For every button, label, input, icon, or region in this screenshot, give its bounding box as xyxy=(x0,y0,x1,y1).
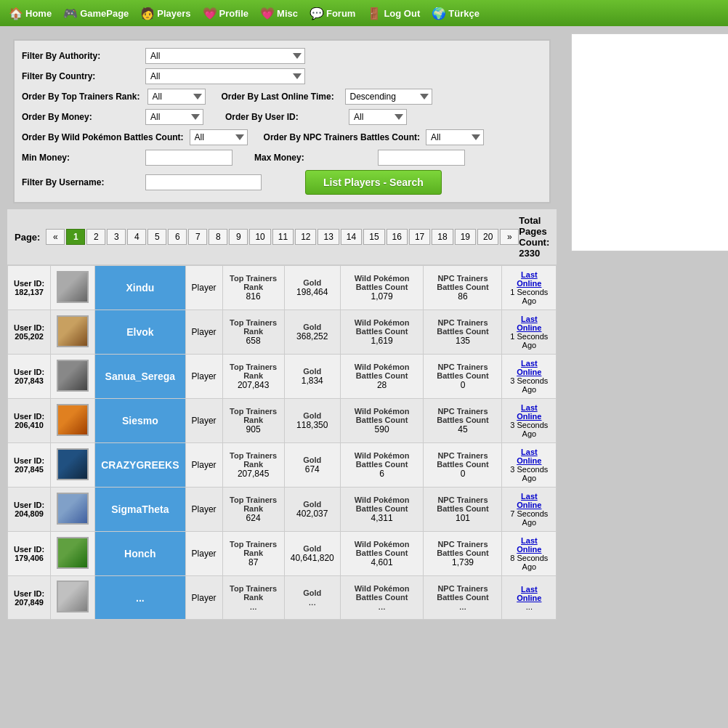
username-cell[interactable]: CRAZYGREEKS xyxy=(95,443,185,488)
online-label[interactable]: Last Online xyxy=(517,448,541,465)
page-8[interactable]: 8 xyxy=(209,229,227,245)
online-label[interactable]: Last Online xyxy=(517,315,541,332)
battles-row: Order By Wild Pokémon Battles Count: All… xyxy=(22,129,542,145)
nav-misc[interactable]: 💗 Misc xyxy=(254,7,304,20)
online-label[interactable]: Last Online xyxy=(517,585,541,602)
wild-battles-select[interactable]: All xyxy=(190,129,248,145)
page-17[interactable]: 17 xyxy=(409,229,430,245)
min-money-input[interactable] xyxy=(145,150,232,166)
nav-gamepage-label: GamePage xyxy=(80,8,129,19)
userid-select[interactable]: All xyxy=(349,109,407,125)
gold-cell: Gold ... xyxy=(284,576,340,620)
gold-value: 40,641,820 xyxy=(291,553,334,563)
country-label: Filter By Country: xyxy=(22,71,138,81)
table-row: User ID:182,137 Xindu Player Top Trainer… xyxy=(8,266,557,310)
page-first-icon[interactable]: « xyxy=(46,229,65,245)
wild-battles-value: 6 xyxy=(379,469,384,479)
rank-cell: Top Trainers Rank 207,843 xyxy=(222,355,284,399)
nav-gamepage[interactable]: 🎮 GamePage xyxy=(57,7,134,20)
nav-players[interactable]: 🧑 Players xyxy=(134,7,196,20)
userid-cell: User ID:179,406 xyxy=(8,532,51,576)
nav-profile[interactable]: 💗 Profile xyxy=(197,7,254,20)
online-cell: Last Online 7 Seconds Ago xyxy=(502,488,557,532)
forum-icon: 💬 xyxy=(310,7,324,20)
page-9[interactable]: 9 xyxy=(229,229,248,245)
username-cell[interactable]: Xindu xyxy=(95,266,185,310)
last-online-select[interactable]: Descending Ascending xyxy=(345,89,432,105)
pagination-bar: Page: « 1 2 3 4 5 6 7 8 9 10 11 12 13 14… xyxy=(7,209,557,265)
page-5[interactable]: 5 xyxy=(147,229,166,245)
npc-battles-label: NPC Trainers Battles Count xyxy=(437,363,489,380)
page-15[interactable]: 15 xyxy=(363,229,384,245)
wild-battles-label: Wild Pokémon Battles Count xyxy=(355,496,410,513)
top-rank-select[interactable]: All xyxy=(147,89,206,105)
nav-language-label: Türkçe xyxy=(448,8,480,19)
country-select[interactable]: All xyxy=(145,68,305,84)
nav-forum[interactable]: 💬 Forum xyxy=(304,7,361,20)
username-cell[interactable]: Siesmo xyxy=(95,399,185,443)
online-label[interactable]: Last Online xyxy=(517,536,541,554)
username-cell[interactable]: ... xyxy=(95,576,185,620)
avatar-cell xyxy=(51,443,95,488)
rank-online-row: Order By Top Trainers Rank: All Order By… xyxy=(22,89,542,105)
table-row: User ID:205,202 Elvok Player Top Trainer… xyxy=(8,310,557,355)
username-cell[interactable]: Elvok xyxy=(95,310,185,355)
online-label[interactable]: Last Online xyxy=(517,270,541,288)
online-label[interactable]: Last Online xyxy=(517,403,541,421)
wild-battles-cell: Wild Pokémon Battles Count 28 xyxy=(340,355,424,399)
authority-cell: Player xyxy=(185,310,222,355)
page-10[interactable]: 10 xyxy=(249,229,270,245)
money-label: Order By Money: xyxy=(22,112,138,122)
online-label[interactable]: Last Online xyxy=(517,492,541,509)
max-money-input[interactable] xyxy=(378,150,465,166)
profile-icon: 💗 xyxy=(203,7,217,20)
online-label[interactable]: Last Online xyxy=(517,359,541,376)
authority-select[interactable]: All xyxy=(145,48,305,64)
online-value: 7 Seconds Ago xyxy=(510,509,548,527)
username-cell[interactable]: Honch xyxy=(95,532,185,576)
npc-battles-label: NPC Trainers Battles Count xyxy=(437,318,489,336)
npc-battles-cell: NPC Trainers Battles Count 135 xyxy=(424,310,502,355)
page-7[interactable]: 7 xyxy=(188,229,207,245)
gold-label: Gold xyxy=(303,544,321,553)
page-2[interactable]: 2 xyxy=(86,229,105,245)
page-3[interactable]: 3 xyxy=(107,229,126,245)
minmax-row: Min Money: Max Money: xyxy=(22,150,542,166)
table-row: User ID:206,410 Siesmo Player Top Traine… xyxy=(8,399,557,443)
npc-battles-value: 135 xyxy=(456,336,470,346)
authority-label: Filter By Authority: xyxy=(22,51,138,61)
npc-battles-select[interactable]: All xyxy=(426,129,484,145)
userid-label: Order By User ID: xyxy=(225,112,341,122)
page-11[interactable]: 11 xyxy=(272,229,294,245)
page-12[interactable]: 12 xyxy=(295,229,316,245)
page-1[interactable]: 1 xyxy=(66,229,85,245)
authority-row: Filter By Authority: All xyxy=(22,48,542,64)
page-18[interactable]: 18 xyxy=(432,229,453,245)
search-button[interactable]: List Players - Search xyxy=(305,170,442,195)
nav-language[interactable]: 🌍 Türkçe xyxy=(426,7,485,20)
wild-battles-value: 28 xyxy=(377,380,387,390)
npc-battles-value: 45 xyxy=(458,424,467,434)
npc-battles-cell: NPC Trainers Battles Count 0 xyxy=(424,443,502,488)
username-input[interactable] xyxy=(145,174,262,190)
page-20[interactable]: 20 xyxy=(477,229,498,245)
page-16[interactable]: 16 xyxy=(387,229,408,245)
userid-label: User ID:182,137 xyxy=(14,279,44,296)
page-19[interactable]: 19 xyxy=(455,229,476,245)
username-label: Filter By Username: xyxy=(22,177,138,187)
page-6[interactable]: 6 xyxy=(168,229,187,245)
avatar-cell xyxy=(51,310,95,355)
nav-logout[interactable]: 🚪 Log Out xyxy=(361,7,426,20)
money-select[interactable]: All xyxy=(145,109,203,125)
username-cell[interactable]: SigmaTheta xyxy=(95,488,185,532)
page-4[interactable]: 4 xyxy=(127,229,146,245)
table-row: User ID:207,843 Sanua_Serega Player Top … xyxy=(8,355,557,399)
nav-home[interactable]: 🏠 Home xyxy=(3,7,57,20)
avatar-cell xyxy=(51,266,95,310)
page-14[interactable]: 14 xyxy=(341,229,362,245)
page-last-icon[interactable]: » xyxy=(500,229,519,245)
avatar-cell xyxy=(51,576,95,620)
page-13[interactable]: 13 xyxy=(318,229,339,245)
username-cell[interactable]: Sanua_Serega xyxy=(95,355,185,399)
country-row: Filter By Country: All xyxy=(22,68,542,84)
